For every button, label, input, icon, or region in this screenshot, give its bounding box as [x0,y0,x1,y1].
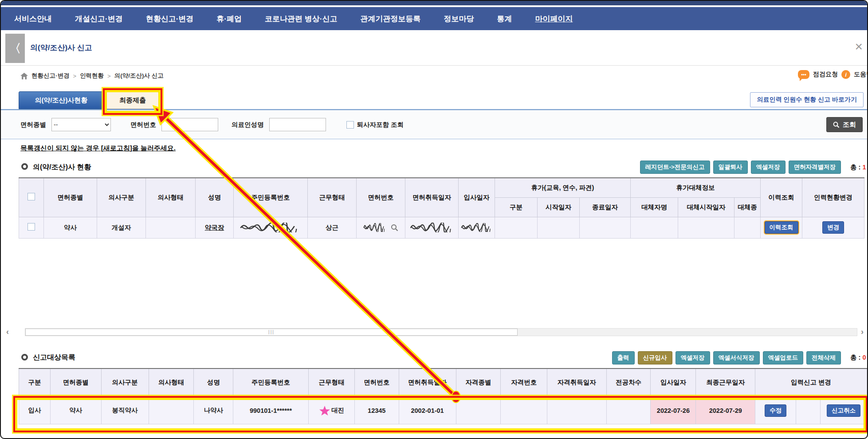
nav-item-closure[interactable]: 휴·폐업 [216,14,242,24]
col-qual-date: 자격취득일자 [547,368,607,397]
tab-bar: 의(약/조산)사현황 최종제출 의료인력 인원수 현황 신고 바로가기 [1,86,867,110]
section1-title: 의(약/조산)사 현황 [33,163,91,172]
inspection-request-icon: ••• [798,70,809,79]
cell-rrn-redacted [234,217,308,238]
nav-item-info-plaza[interactable]: 정보마당 [444,14,474,24]
scrollbar-thumb[interactable]: ||| [25,329,518,336]
quick-links: ••• 점검요청 i 도움말 [798,70,868,79]
current-status-table: 면허종별 의사구분 의사형태 성명 주민등록번호 근무형태 면허번호 면허취득일… [19,177,864,239]
new-hire-button[interactable]: 신규입사 [638,351,672,365]
excel-save-button[interactable]: 엑셀저장 [751,161,786,174]
tab-current-status[interactable]: 의(약/조산)사현황 [19,91,104,109]
nav-item-agency-info[interactable]: 관계기관정보등록 [360,14,420,24]
cell-work-type: 대진 [308,397,354,424]
col-substitute-kind: 대체종 [734,197,761,217]
star-icon [319,405,330,416]
nav-item-service-guide[interactable]: 서비스안내 [14,14,52,24]
col-leave-start: 시작일자 [538,197,580,217]
col-qual-no: 자격번호 [501,368,547,397]
cell-leave-end [580,217,631,238]
scroll-right-icon[interactable]: › [861,327,864,337]
table-row: 입사 약사 봉직약사 나약사 990101-1****** 대진 12345 2… [19,397,867,424]
select-all-header [19,178,44,217]
tab-final-submit[interactable]: 최종제출 [106,91,159,109]
col-leave-end: 종료일자 [580,197,631,217]
breadcrumb-item-status-report[interactable]: 현황신고·변경 [31,72,70,80]
include-retired-checkbox[interactable] [346,121,354,129]
cell-name: 나약사 [194,397,233,424]
nav-item-mypage[interactable]: 마이페이지 [535,14,573,24]
col-leave-group: 휴가(교육, 연수, 파견) [495,178,631,197]
breadcrumb-item-personnel[interactable]: 인력현황 [80,72,104,80]
cell-kind: 입사 [19,397,51,424]
scroll-left-icon[interactable]: ‹ [6,327,9,337]
cancel-report-button[interactable]: 신고취소 [827,404,860,417]
cell-license-type: 약사 [50,397,101,424]
resident-to-specialist-button[interactable]: 레지던트->전문의신고 [640,161,710,174]
cell-qual-no [501,397,547,424]
cell-join-date: 2022-07-26 [651,397,696,424]
print-button[interactable]: 출력 [612,351,635,365]
inspection-request-link[interactable]: 점검요청 [813,71,838,78]
excel-upload-button[interactable]: 엑셀업로드 [763,351,804,365]
col-license-no: 면허번호 [354,368,399,397]
nav-item-statistics[interactable]: 통계 [497,14,512,24]
nav-item-open-report[interactable]: 개설신고·변경 [75,14,123,24]
app-window: 서비스안내 개설신고·변경 현황신고·변경 휴·폐업 코로나관련 병상·신고 관… [0,0,868,439]
cell-doctor-class: 봉직약사 [101,397,149,424]
license-search-icon[interactable] [391,224,398,231]
col-doctor-form: 의사형태 [146,178,196,217]
breadcrumb-separator: > [73,73,77,79]
history-view-button[interactable]: 이력조회 [765,221,798,234]
change-button[interactable]: 변경 [822,221,844,234]
col-license-type: 면허종별 [50,368,101,397]
redacted-scribble [240,223,302,232]
section-bullet-icon [21,354,28,361]
license-no-input[interactable] [161,118,218,131]
license-type-select[interactable]: -- [51,118,111,131]
personnel-count-shortcut-button[interactable]: 의료인력 인원수 현황 신고 바로가기 [750,92,864,107]
close-icon[interactable]: × [855,40,863,53]
select-all-checkbox[interactable] [27,193,35,200]
col-major-order: 전공차수 [606,368,651,397]
col-doctor-class: 의사구분 [101,368,149,397]
medical-person-name-input[interactable] [269,118,326,131]
bulk-retire-button[interactable]: 일괄퇴사 [713,161,748,174]
cell-qual-type [456,397,501,424]
cell-license-date-redacted [405,217,459,238]
col-work-type: 근무형태 [308,178,357,217]
back-button[interactable]: 〈 [5,34,25,63]
col-doctor-form: 의사형태 [149,368,194,397]
section1-total: 총 : 1 건 [850,163,868,172]
cell-substitute-kind [734,217,761,238]
nav-item-status-report[interactable]: 현황신고·변경 [146,14,194,24]
redacted-scribble [461,223,493,232]
breadcrumb-item-current[interactable]: 의(약/조산)사 신고 [114,72,164,80]
edit-button[interactable]: 수정 [765,404,786,417]
search-icon [833,122,840,128]
redacted-scribble [410,223,454,232]
col-leave-kind: 구분 [495,197,538,217]
col-license-date: 면허취득일자 [405,178,459,217]
delete-all-button[interactable]: 전체삭제 [806,351,841,365]
refresh-notice: 목록갱신이 되지 않는 경우 [새로고침]을 눌러주세요. [1,139,867,157]
nav-item-corona-beds[interactable]: 코로나관련 병상·신고 [265,14,337,24]
col-history: 이력조회 [761,178,802,217]
help-link[interactable]: 도움말 [854,71,868,78]
section-report-list-header: 신고대상목록 출력 신규입사 엑셀저장 엑셀서식저장 엑셀업로드 전체삭제 총 … [1,348,867,368]
cell-doctor-class: 개설자 [97,217,146,238]
table1-empty-area [1,239,867,325]
pharmacist-name-link[interactable]: 약국장 [205,224,224,231]
excel-save-button2[interactable]: 엑셀저장 [676,351,710,365]
cell-last-work-date: 2022-07-29 [696,397,755,424]
cell-license-no-redacted [357,217,405,238]
scrollbar-track[interactable]: ||| [25,328,857,336]
row-checkbox[interactable] [27,223,35,231]
excel-template-save-button[interactable]: 엑셀서식저장 [713,351,760,365]
col-work-type: 근무형태 [308,368,354,397]
license-qual-save-button[interactable]: 면허자격별저장 [789,161,841,174]
col-join-date: 입사일자 [459,178,495,217]
search-button[interactable]: 조회 [826,117,863,132]
cell-report-change-spacer [796,397,821,424]
col-change: 인력현황변경 [802,178,864,217]
